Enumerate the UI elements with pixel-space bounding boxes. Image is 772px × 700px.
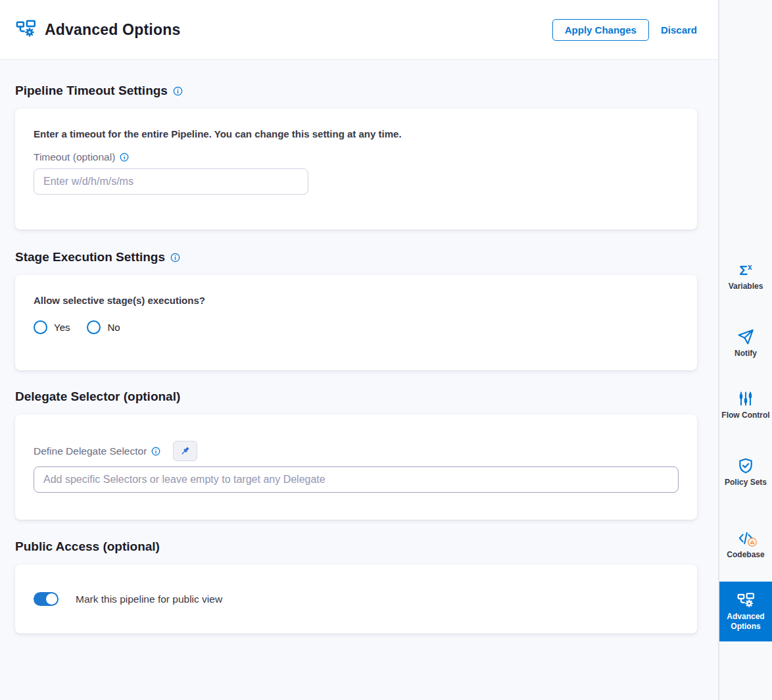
timeout-card: Enter a timeout for the entire Pipeline.… <box>15 109 697 230</box>
radio-circle[interactable] <box>34 320 47 334</box>
radio-circle[interactable] <box>87 320 101 334</box>
public-access-section-heading: Public Access (optional) <box>15 539 697 554</box>
warning-badge-icon <box>748 538 757 549</box>
timeout-description: Enter a timeout for the entire Pipeline.… <box>34 128 679 139</box>
public-view-toggle[interactable] <box>34 592 59 606</box>
public-access-heading-text: Public Access (optional) <box>15 539 160 554</box>
sidebar-item-label: Advanced Options <box>721 612 771 632</box>
main-panel: Advanced Options Apply Changes Discard P… <box>0 0 718 700</box>
advanced-options-page: Advanced Options Apply Changes Discard P… <box>0 0 772 700</box>
pipeline-gear-icon <box>721 591 771 609</box>
header-actions: Apply Changes Discard <box>552 19 697 41</box>
stage-execution-heading-text: Stage Execution Settings <box>15 250 165 264</box>
timeout-field-label-row: Timeout (optional) <box>34 151 679 163</box>
timeout-section-heading: Pipeline Timeout Settings <box>15 84 697 98</box>
sidebar-item-codebase[interactable]: Codebase <box>719 524 772 565</box>
delegate-field-label: Define Delegate Selector <box>34 445 147 457</box>
sidebar-item-notify[interactable]: Notify <box>719 322 772 364</box>
sidebar-item-label: Codebase <box>721 550 771 560</box>
radio-option-no[interactable]: No <box>87 320 120 334</box>
shield-check-icon <box>721 457 771 475</box>
toggle-knob <box>46 593 57 605</box>
sidebar-item-policy-sets[interactable]: Policy Sets <box>719 451 772 493</box>
page-title: Advanced Options <box>45 21 180 39</box>
delegate-section-heading: Delegate Selector (optional) <box>15 389 697 404</box>
stage-execution-section-heading: Stage Execution Settings <box>15 250 697 264</box>
info-icon[interactable] <box>170 253 180 262</box>
pin-runtime-input-button[interactable] <box>173 441 197 461</box>
page-header: Advanced Options Apply Changes Discard <box>0 0 718 60</box>
radio-label: Yes <box>54 322 70 333</box>
header-title-group: Advanced Options <box>16 18 552 41</box>
radio-label: No <box>107 322 120 333</box>
radio-option-yes[interactable]: Yes <box>34 320 70 334</box>
sidebar-item-label: Variables <box>721 282 771 291</box>
info-icon[interactable] <box>151 447 160 456</box>
timeout-heading-text: Pipeline Timeout Settings <box>15 84 168 98</box>
sigma-x-icon: Σx <box>721 261 771 279</box>
public-access-card: Mark this pipeline for public view <box>15 564 697 634</box>
timeout-input[interactable] <box>34 168 308 195</box>
pipeline-right-sidebar: Σx Variables Notify <box>718 0 772 700</box>
sidebar-item-label: Notify <box>721 349 771 359</box>
public-view-toggle-label: Mark this pipeline for public view <box>76 593 222 605</box>
stage-execution-card: Allow selective stage(s) executions? Yes… <box>15 275 697 370</box>
settings-content: Pipeline Timeout Settings Enter a timeou… <box>0 60 718 700</box>
selective-stage-options: Yes No <box>34 320 679 334</box>
sidebar-item-flow-control[interactable]: Flow Control <box>719 384 772 426</box>
public-view-toggle-row: Mark this pipeline for public view <box>34 592 222 606</box>
delegate-card: Define Delegate Selector <box>15 414 697 520</box>
selective-stage-question: Allow selective stage(s) executions? <box>34 295 679 306</box>
sidebar-item-advanced-options[interactable]: Advanced Options <box>719 582 772 641</box>
delegate-selector-input[interactable] <box>34 466 679 493</box>
sidebar-item-label: Flow Control <box>721 411 771 420</box>
timeout-field-label: Timeout (optional) <box>34 151 115 163</box>
sidebar-item-label: Policy Sets <box>721 478 771 488</box>
pipeline-gear-icon <box>16 18 36 41</box>
sliders-icon <box>721 389 771 408</box>
code-warning-icon <box>721 529 771 547</box>
info-icon[interactable] <box>173 86 183 96</box>
pushpin-icon <box>180 445 191 457</box>
sidebar-item-variables[interactable]: Σx Variables <box>719 255 772 297</box>
apply-changes-button[interactable]: Apply Changes <box>552 19 649 41</box>
paper-plane-icon <box>721 328 771 346</box>
delegate-heading-text: Delegate Selector (optional) <box>15 389 180 404</box>
delegate-field-label-row: Define Delegate Selector <box>34 441 679 461</box>
info-icon[interactable] <box>120 153 129 162</box>
discard-button[interactable]: Discard <box>661 24 697 36</box>
